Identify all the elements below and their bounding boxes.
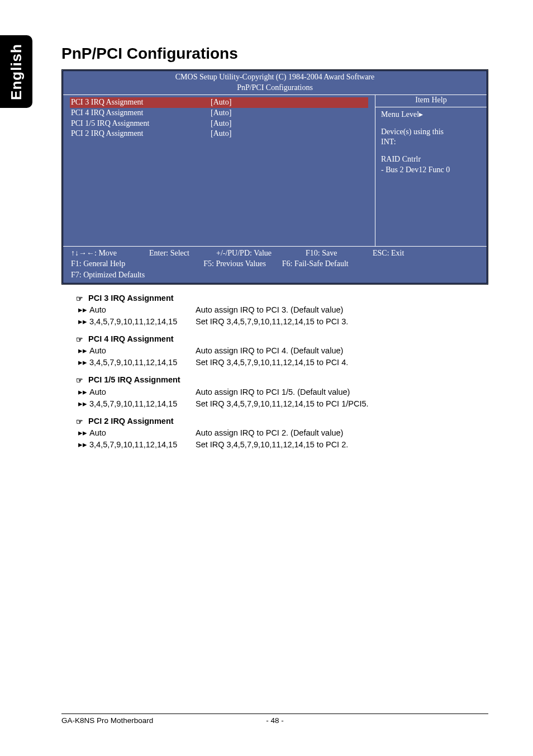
bios-row-label: PCI 1/5 IRQ Assignment [71,119,211,129]
option-desc: Set IRQ 3,4,5,7,9,10,11,12,14,15 to PCI … [196,439,497,451]
option-desc: Set IRQ 3,4,5,7,9,10,11,12,14,15 to PCI … [196,357,497,368]
option-desc: Auto assign IRQ to PCI 1/5. (Default val… [196,386,497,398]
option-item: ▸▸ 3,4,5,7,9,10,11,12,14,15 Set IRQ 3,4,… [61,316,497,328]
option-desc: Auto assign IRQ to PCI 4. (Default value… [196,345,497,357]
footer-left: GA-K8NS Pro Motherboard [61,716,153,725]
bios-help-text: Device(s) using this [381,127,481,138]
option-key: Auto [89,304,196,316]
option-desc: Auto assign IRQ to PCI 2. (Default value… [196,427,497,439]
bios-row-value: [Auto] [211,119,231,129]
option-section: ☞ PCI 2 IRQ Assignment ▸▸ Auto Auto assi… [61,415,497,451]
arrow-icon: ▸▸ [78,439,89,451]
bios-footer: ↑↓→←: Move Enter: Select +/-/PU/PD: Valu… [63,246,487,283]
option-section: ☞ PCI 3 IRQ Assignment ▸▸ Auto Auto assi… [61,292,497,328]
page-content: PnP/PCI Configurations CMOS Setup Utilit… [61,45,497,456]
hand-icon: ☞ [76,334,86,345]
option-title-text: PCI 3 IRQ Assignment [88,294,174,303]
bios-key-enter: Enter: Select [149,248,216,259]
option-title: ☞ PCI 2 IRQ Assignment [61,415,497,427]
option-key: 3,4,5,7,9,10,11,12,14,15 [89,357,196,368]
language-tab: English [0,35,32,108]
option-key: 3,4,5,7,9,10,11,12,14,15 [89,398,196,410]
option-desc: Auto assign IRQ to PCI 3. (Default value… [196,304,497,316]
arrow-icon: ▸▸ [78,357,89,368]
page-title: PnP/PCI Configurations [61,45,497,63]
hand-icon: ☞ [76,293,86,304]
bios-help-panel: Item Help Menu Level▸ Device(s) using th… [375,95,487,246]
footer-page-number: - 48 - [266,716,284,725]
bios-key-move: ↑↓→←: Move [71,248,149,259]
arrow-icon: ▸▸ [78,304,89,316]
option-title-text: PCI 1/5 IRQ Assignment [88,375,180,384]
option-item: ▸▸ 3,4,5,7,9,10,11,12,14,15 Set IRQ 3,4,… [61,439,497,451]
option-key: Auto [89,386,196,398]
bios-key-esc: ESC: Exit [373,248,429,259]
option-item: ▸▸ Auto Auto assign IRQ to PCI 4. (Defau… [61,345,497,357]
option-key: 3,4,5,7,9,10,11,12,14,15 [89,316,196,328]
arrow-icon: ▸▸ [78,427,89,439]
option-key: 3,4,5,7,9,10,11,12,14,15 [89,439,196,451]
bios-row[interactable]: PCI 4 IRQ Assignment [Auto] [71,108,367,119]
arrow-icon: ▸▸ [78,386,89,398]
bios-key-f6: F6: Fail-Safe Default [270,258,360,270]
bios-header-line1: CMOS Setup Utility-Copyright (C) 1984-20… [63,72,487,83]
bios-key-f5: F5: Previous Values [203,258,270,270]
bios-settings-panel: PCI 3 IRQ Assignment [Auto] PCI 4 IRQ As… [63,95,375,246]
option-desc: Set IRQ 3,4,5,7,9,10,11,12,14,15 to PCI … [196,316,497,328]
option-desc: Set IRQ 3,4,5,7,9,10,11,12,14,15 to PCI … [196,398,497,410]
bios-row[interactable]: PCI 3 IRQ Assignment [Auto] [70,97,368,108]
bios-help-text: - Bus 2 Dev12 Func 0 [381,165,481,176]
bios-row-value: [Auto] [211,97,231,108]
bios-key-spacer [125,258,203,270]
option-item: ▸▸ Auto Auto assign IRQ to PCI 1/5. (Def… [61,386,497,398]
bios-key-spacer [360,258,427,270]
hand-icon: ☞ [76,416,86,427]
bios-key-f10: F10: Save [306,248,373,259]
option-item: ▸▸ 3,4,5,7,9,10,11,12,14,15 Set IRQ 3,4,… [61,398,497,410]
bios-screen: CMOS Setup Utility-Copyright (C) 1984-20… [61,69,488,285]
page-footer: GA-K8NS Pro Motherboard - 48 - [61,714,488,725]
bios-header-line2: PnP/PCI Configurations [63,83,487,93]
bios-help-text: INT: [381,137,481,148]
bios-key-f7: F7: Optimized Defaults [71,270,145,281]
arrow-icon: ▸▸ [78,398,89,410]
bios-key-f1: F1: General Help [71,258,125,270]
bios-row-label: PCI 2 IRQ Assignment [71,129,211,139]
option-title: ☞ PCI 4 IRQ Assignment [61,333,497,345]
bios-key-pupd: +/-/PU/PD: Value [216,248,306,259]
option-title-text: PCI 4 IRQ Assignment [88,334,174,343]
bios-help-text: RAID Cntrlr [381,154,481,165]
option-item: ▸▸ 3,4,5,7,9,10,11,12,14,15 Set IRQ 3,4,… [61,357,497,368]
option-key: Auto [89,345,196,357]
option-key: Auto [89,427,196,439]
arrow-icon: ▸▸ [78,316,89,328]
bios-header: CMOS Setup Utility-Copyright (C) 1984-20… [63,71,487,94]
option-item: ▸▸ Auto Auto assign IRQ to PCI 3. (Defau… [61,304,497,316]
bios-row[interactable]: PCI 1/5 IRQ Assignment [Auto] [71,119,367,129]
bios-menu-level: Menu Level▸ [381,110,481,120]
bios-row[interactable]: PCI 2 IRQ Assignment [Auto] [71,129,367,139]
option-title-text: PCI 2 IRQ Assignment [88,417,174,426]
options-list: ☞ PCI 3 IRQ Assignment ▸▸ Auto Auto assi… [61,292,497,451]
option-section: ☞ PCI 1/5 IRQ Assignment ▸▸ Auto Auto as… [61,374,497,409]
bios-main: PCI 3 IRQ Assignment [Auto] PCI 4 IRQ As… [63,94,487,246]
option-section: ☞ PCI 4 IRQ Assignment ▸▸ Auto Auto assi… [61,333,497,368]
language-tab-text: English [8,44,25,100]
bios-row-label: PCI 4 IRQ Assignment [71,108,211,119]
bios-row-value: [Auto] [211,108,231,119]
arrow-icon: ▸▸ [78,345,89,357]
hand-icon: ☞ [76,375,86,386]
bios-row-label: PCI 3 IRQ Assignment [71,97,211,108]
bios-help-title: Item Help [375,95,487,107]
bios-row-value: [Auto] [211,129,231,139]
option-title: ☞ PCI 1/5 IRQ Assignment [61,374,497,386]
option-title: ☞ PCI 3 IRQ Assignment [61,292,497,304]
option-item: ▸▸ Auto Auto assign IRQ to PCI 2. (Defau… [61,427,497,439]
